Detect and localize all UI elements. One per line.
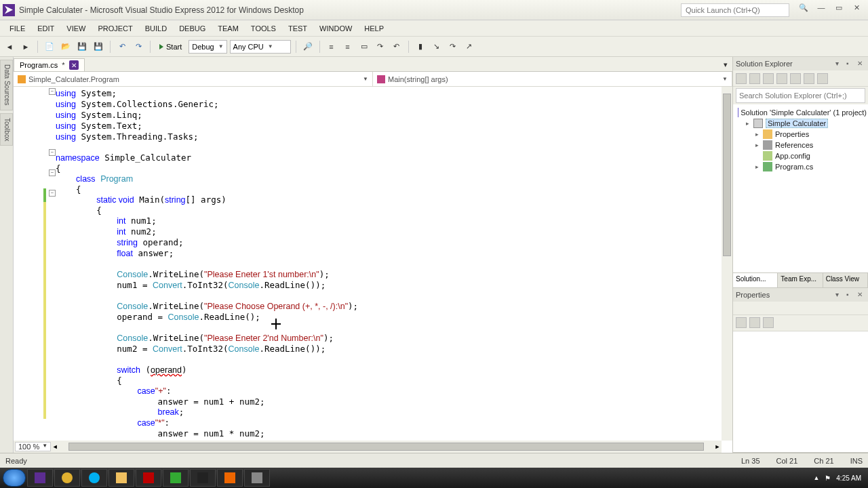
panel-dropdown-icon[interactable]: ▾: [835, 60, 844, 68]
sync-icon[interactable]: [749, 73, 760, 84]
tab-class-view[interactable]: Class View: [823, 273, 868, 287]
menu-build[interactable]: BUILD: [140, 23, 172, 34]
rail-toolbox[interactable]: Toolbox: [0, 113, 13, 146]
tray-up-icon[interactable]: ▲: [813, 474, 819, 481]
start-orb[interactable]: [3, 469, 26, 487]
collapse-icon[interactable]: [776, 73, 787, 84]
member-selector[interactable]: Main(string[] args)▼: [373, 72, 732, 86]
tab-dropdown-icon[interactable]: ▾: [719, 58, 732, 71]
taskbar-app-filezilla[interactable]: [136, 469, 161, 487]
panel-pin-icon[interactable]: ▪: [846, 291, 854, 299]
step-out-icon[interactable]: ↗: [462, 40, 476, 54]
step-into-icon[interactable]: ↘: [430, 40, 443, 54]
home-icon[interactable]: [736, 73, 747, 84]
property-pages-icon[interactable]: [763, 317, 774, 328]
horizontal-scrollbar[interactable]: 100 %▼ ◄ ►: [14, 441, 722, 453]
taskbar-app-cmd[interactable]: [190, 469, 216, 487]
maximize-button[interactable]: ▭: [830, 3, 848, 17]
fold-icon[interactable]: −: [49, 169, 56, 176]
taskbar-app-misc[interactable]: [244, 469, 270, 487]
preview-icon[interactable]: [817, 73, 828, 84]
tree-programcs-node[interactable]: ▸Program.cs: [734, 161, 867, 172]
start-button[interactable]: Start: [155, 41, 186, 52]
panel-pin-icon[interactable]: ▪: [846, 60, 854, 68]
taskbar-app-xampp[interactable]: [217, 469, 243, 487]
properties-selector[interactable]: [733, 302, 868, 315]
taskbar-app-vs[interactable]: [27, 469, 53, 487]
scroll-thumb[interactable]: [723, 94, 731, 256]
scroll-thumb[interactable]: [68, 443, 704, 451]
step-over-icon[interactable]: ↷: [446, 40, 460, 54]
properties-icon[interactable]: [804, 73, 814, 84]
menu-file[interactable]: FILE: [4, 23, 31, 34]
alphabetical-icon[interactable]: [749, 317, 760, 328]
bookmark-icon[interactable]: ▭: [357, 40, 371, 54]
refresh-icon[interactable]: [763, 73, 774, 84]
tree-solution-node[interactable]: Solution 'Simple Calculater' (1 project): [734, 107, 867, 118]
menu-view[interactable]: VIEW: [61, 23, 91, 34]
show-all-icon[interactable]: [790, 73, 801, 84]
menu-project[interactable]: PROJECT: [92, 23, 138, 34]
menu-window[interactable]: WINDOW: [314, 23, 357, 34]
uncomment-icon[interactable]: ≡: [341, 40, 355, 54]
tab-program-cs[interactable]: Program.cs* ✕: [14, 58, 85, 71]
vertical-scrollbar[interactable]: [722, 87, 732, 441]
fold-icon[interactable]: −: [49, 190, 56, 197]
fold-icon[interactable]: −: [49, 88, 56, 95]
solution-search-input[interactable]: [736, 88, 865, 103]
panel-close-icon[interactable]: ✕: [857, 291, 865, 299]
tree-appconfig-node[interactable]: App.config: [734, 150, 867, 161]
menu-test[interactable]: TEST: [283, 23, 313, 34]
tab-solution-explorer[interactable]: Solution...: [733, 273, 778, 287]
step-icon[interactable]: ↷: [374, 40, 387, 54]
open-icon[interactable]: 📂: [59, 40, 73, 54]
nav-fwd-icon[interactable]: ►: [19, 40, 33, 54]
categorized-icon[interactable]: [736, 317, 747, 328]
config-selector[interactable]: Debug▼: [189, 40, 226, 54]
save-icon[interactable]: 💾: [75, 40, 89, 54]
fold-icon[interactable]: −: [49, 149, 56, 156]
redo-icon[interactable]: ↷: [132, 40, 145, 54]
platform-selector[interactable]: Any CPU▼: [230, 40, 291, 54]
tree-references-node[interactable]: ▸References: [734, 140, 867, 150]
new-project-icon[interactable]: 📄: [43, 40, 56, 54]
menu-tools[interactable]: TOOLS: [245, 23, 281, 34]
taskbar-app-sublime[interactable]: [163, 469, 189, 487]
breakpoint-icon[interactable]: ▮: [414, 40, 427, 54]
close-button[interactable]: ✕: [848, 3, 865, 17]
find-icon[interactable]: 🔎: [301, 40, 315, 54]
zoom-selector[interactable]: 100 %▼: [15, 442, 51, 451]
solution-explorer-toolbar: [733, 70, 868, 87]
tree-label: App.config: [775, 152, 810, 160]
properties-toolbar: [733, 315, 868, 331]
save-all-icon[interactable]: 💾: [92, 40, 105, 54]
separator: [37, 41, 38, 53]
panel-dropdown-icon[interactable]: ▾: [835, 291, 844, 299]
comment-icon[interactable]: ≡: [325, 40, 338, 54]
minimize-button[interactable]: —: [812, 3, 830, 17]
menu-debug[interactable]: DEBUG: [174, 23, 211, 34]
step-icon[interactable]: ↶: [390, 40, 403, 54]
status-line: Ln 35: [741, 457, 760, 465]
tree-project-node[interactable]: ▸Simple Calculater: [734, 118, 867, 129]
tab-close-icon[interactable]: ✕: [69, 60, 79, 70]
menu-team[interactable]: TEAM: [212, 23, 244, 34]
taskbar-app-explorer[interactable]: [108, 469, 134, 487]
undo-icon[interactable]: ↶: [115, 40, 129, 54]
code-editor[interactable]: − − − − using System; using System.Colle…: [14, 87, 732, 453]
system-tray[interactable]: ▲ ⚑ 4:25 AM: [809, 474, 865, 482]
taskbar-app-skype[interactable]: [81, 469, 107, 487]
class-selector[interactable]: Simple_Calculater.Program▼: [14, 72, 373, 86]
tab-team-explorer[interactable]: Team Exp...: [778, 273, 823, 287]
tree-properties-node[interactable]: ▸Properties: [734, 129, 867, 140]
quick-launch-input[interactable]: [681, 3, 789, 17]
solution-explorer-header: Solution Explorer ▾ ▪ ✕: [733, 57, 868, 70]
search-icon[interactable]: 🔍: [795, 3, 812, 17]
tray-flag-icon[interactable]: ⚑: [825, 474, 831, 482]
menu-edit[interactable]: EDIT: [32, 23, 60, 34]
menu-help[interactable]: HELP: [359, 23, 389, 34]
taskbar-app-chrome[interactable]: [54, 469, 80, 487]
panel-close-icon[interactable]: ✕: [857, 60, 865, 68]
nav-back-icon[interactable]: ◄: [3, 40, 16, 54]
rail-data-sources[interactable]: Data Sources: [0, 60, 13, 110]
